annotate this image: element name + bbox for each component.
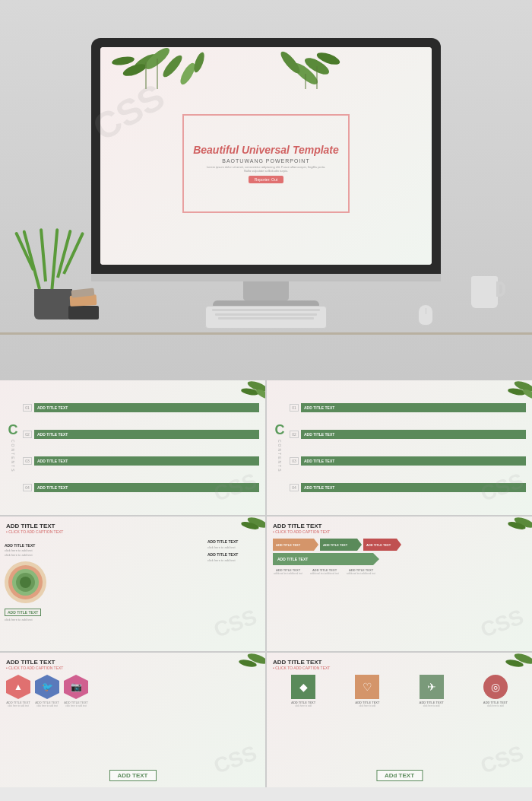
contents-sidebar-2: C CONTENTS <box>273 386 287 509</box>
arrow-2: ADD TITLE TEXT <box>320 539 362 551</box>
hex-item-3: 📷 ADD TITLE TEXT click here to add text <box>64 675 88 707</box>
content-bar-2-2: ADD TITLE TEXT <box>301 430 526 439</box>
content-bar-4: ADD TITLE TEXT <box>34 483 259 492</box>
slide5-subtitle: • CLICK TO ADD CAPTION TEXT <box>6 666 259 670</box>
content-num-4: 04 <box>23 484 32 491</box>
content-row-2-3: 03 ADD TITLE TEXT <box>290 456 526 466</box>
contents-label-2: CONTENTS <box>277 440 282 473</box>
svg-point-4 <box>111 55 135 66</box>
content-row-2-1: 01 ADD TITLE TEXT <box>290 403 526 412</box>
add-text-banner-5: ADD TEXT <box>109 770 157 781</box>
content-bar-text-4: ADD TITLE TEXT <box>37 485 68 490</box>
slide3-leaves <box>231 517 265 543</box>
slide4-subtitle: • CLICK TO ADD CAPTION TEXT <box>273 529 526 534</box>
content-bar-2-1: ADD TITLE TEXT <box>301 403 526 412</box>
slide3-add-title: ADD TITLE TEXT <box>5 609 41 616</box>
content-num-3: 03 <box>23 457 32 465</box>
slide4-title: ADD TITLE TEXT <box>273 523 526 529</box>
slide-desc: Lorem ipsum dolor sit amet, consectetur … <box>205 165 327 173</box>
content-num-2-4: 04 <box>290 484 299 491</box>
content-row-4: 04 ADD TITLE TEXT <box>23 483 259 492</box>
mug <box>471 270 505 308</box>
contents-sidebar: C CONTENTS <box>6 386 20 509</box>
content-row-2-4: 04 ADD TITLE TEXT <box>290 483 526 492</box>
content-bar-3: ADD TITLE TEXT <box>34 456 259 466</box>
slide-main-title: Beautiful Universal Template <box>193 144 339 156</box>
hex-item-1: ▲ ADD TITLE TEXT click here to add text <box>6 675 30 707</box>
slide-thumb-6: ADD TITLE TEXT • CLICK TO ADD CAPTION TE… <box>267 653 532 787</box>
content-num-2-2: 02 <box>290 431 299 438</box>
arrow-1: ADD TITLE TEXT <box>273 539 318 551</box>
slide5-leaves <box>231 653 265 679</box>
icon-box-2: ♡ ADD TITLE TEXT click here to add <box>337 675 397 707</box>
content-num-2: 02 <box>23 431 32 438</box>
monitor-screen: Beautiful Universal Template BAOTUWANG P… <box>100 47 432 265</box>
slide-button: Reporter: Out <box>249 176 283 183</box>
icon-box-1: ◆ ADD TITLE TEXT click here to add <box>273 675 334 707</box>
slide3-left: ADD TITLE TEXT click here to add text cl… <box>5 543 49 621</box>
slide-thumb-3: ADD TITLE TEXT • CLICK TO ADD CAPTION TE… <box>0 517 265 651</box>
contents-c-2: C <box>275 422 285 438</box>
monitor-section: CSS <box>0 0 532 380</box>
content-bar-text-2: ADD TITLE TEXT <box>37 432 68 437</box>
content-bar-text-3: ADD TITLE TEXT <box>37 459 68 463</box>
content-row-3: 03 ADD TITLE TEXT <box>23 456 259 466</box>
contents-list: 01 ADD TITLE TEXT 02 ADD TITLE TEXT 03 A… <box>23 386 259 509</box>
grid-watermark-5: CSS <box>211 741 261 779</box>
hex-icon-2: 🐦 <box>35 675 59 699</box>
content-row-2-2: 02 ADD TITLE TEXT <box>290 430 526 439</box>
monitor: Beautiful Universal Template BAOTUWANG P… <box>91 38 441 312</box>
contents-list-2: 01 ADD TITLE TEXT 02 ADD TITLE TEXT 03 A… <box>290 386 526 509</box>
contents-c: C <box>8 422 18 438</box>
hex-icons-row: ▲ ADD TITLE TEXT click here to add text … <box>6 675 259 707</box>
slide4-leaves <box>498 517 532 543</box>
icon-boxes-grid: ◆ ADD TITLE TEXT click here to add ♡ ADD… <box>273 675 526 707</box>
slide-thumb-2: C CONTENTS 01 ADD TITLE TEXT 02 ADD TITL… <box>267 380 532 515</box>
slide1-leaves <box>231 380 265 407</box>
monitor-stand-neck <box>243 281 289 300</box>
icon-rocket: ✈ <box>420 675 444 699</box>
keyboard <box>205 306 327 329</box>
contents-label: CONTENTS <box>11 440 15 473</box>
slide-pink-border: Beautiful Universal Template BAOTUWANG P… <box>182 114 350 213</box>
content-bar-2: ADD TITLE TEXT <box>34 430 259 439</box>
hex-item-2: 🐦 ADD TITLE TEXT click here to add text <box>35 675 59 707</box>
slide6-title: ADD TITLE TEXT <box>273 659 526 666</box>
mouse <box>418 304 433 326</box>
arrow-main: ADD TITLE TEXT <box>273 553 379 565</box>
slide-thumb-4: ADD TITLE TEXT • CLICK TO ADD CAPTION TE… <box>267 517 532 651</box>
svg-point-10 <box>278 49 302 75</box>
content-bar-2-4: ADD TITLE TEXT <box>301 483 526 492</box>
leaves-decoration <box>100 47 432 89</box>
main-slide: Beautiful Universal Template BAOTUWANG P… <box>100 47 432 265</box>
content-bar-1: ADD TITLE TEXT <box>34 403 259 412</box>
slide-thumb-5: ADD TITLE TEXT • CLICK TO ADD CAPTION TE… <box>0 653 265 787</box>
slide3-title: ADD TITLE TEXT <box>6 523 259 529</box>
grid-watermark-3: CSS <box>211 605 261 643</box>
icon-trophy: ♡ <box>355 675 379 699</box>
content-row-1: 01 ADD TITLE TEXT <box>23 403 259 412</box>
content-num-1: 01 <box>23 404 32 412</box>
content-bar-text-1: ADD TITLE TEXT <box>37 405 68 410</box>
grid-watermark-6: CSS <box>478 741 527 779</box>
slide3-left-sub: click here to add text <box>5 548 49 552</box>
desk-surface <box>0 332 532 335</box>
content-num-2-1: 01 <box>290 404 299 412</box>
content-bar-2-3: ADD TITLE TEXT <box>301 456 526 466</box>
arrow-bottom: ADD TITLE TEXT additional text additiona… <box>273 568 526 575</box>
slide2-leaves <box>498 380 532 407</box>
slide6-leaves <box>498 653 532 679</box>
slides-grid: C CONTENTS 01 ADD TITLE TEXT 02 ADD TITL… <box>0 380 532 787</box>
slide-subtitle: BAOTUWANG POWERPOINT <box>222 158 309 164</box>
content-row-2: 02 ADD TITLE TEXT <box>23 430 259 439</box>
monitor-stand-top <box>91 274 441 281</box>
circle-diagram <box>5 561 46 603</box>
content-num-2-3: 03 <box>290 457 299 465</box>
slide6-subtitle: • CLICK TO ADD CAPTION TEXT <box>273 666 526 670</box>
icon-box-3: ✈ ADD TITLE TEXT click here to add <box>401 675 462 707</box>
grid-watermark-4: CSS <box>478 605 527 643</box>
slide3-left-title: ADD TITLE TEXT <box>5 543 49 548</box>
arrow-row-1: ADD TITLE TEXT ADD TITLE TEXT ADD TITLE … <box>273 539 526 551</box>
hex-icon-1: ▲ <box>6 675 30 699</box>
icon-box-4: ◎ ADD TITLE TEXT click here to add <box>465 675 526 707</box>
